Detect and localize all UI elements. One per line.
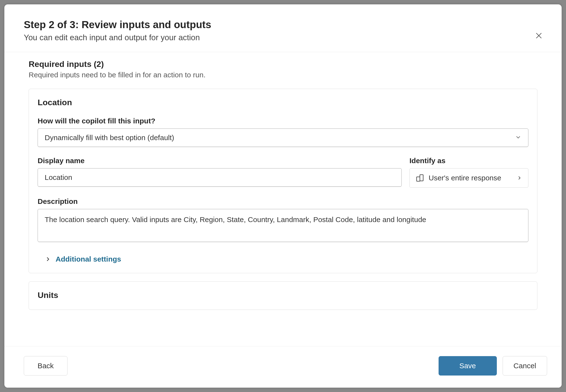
dialog-header: Step 2 of 3: Review inputs and outputs Y… xyxy=(4,4,562,52)
identify-as-value: User's entire response xyxy=(429,174,512,182)
entity-icon xyxy=(416,174,424,182)
fill-input-select[interactable]: Dynamically fill with best option (defau… xyxy=(38,128,528,147)
card-title: Location xyxy=(38,98,528,107)
required-inputs-title: Required inputs (2) xyxy=(29,59,537,69)
required-inputs-subtitle: Required inputs need to be filled in for… xyxy=(29,71,537,79)
additional-settings-toggle[interactable]: Additional settings xyxy=(38,255,528,263)
card-title: Units xyxy=(38,290,528,300)
fill-input-select-wrapper: Dynamically fill with best option (defau… xyxy=(38,128,528,147)
display-name-label: Display name xyxy=(38,157,402,165)
input-card-units: Units xyxy=(29,281,537,310)
display-name-column: Display name xyxy=(38,157,402,188)
fill-input-label: How will the copilot fill this input? xyxy=(38,117,528,125)
review-inputs-dialog: Step 2 of 3: Review inputs and outputs Y… xyxy=(4,4,562,388)
dialog-footer: Back Save Cancel xyxy=(4,346,562,388)
chevron-right-icon xyxy=(45,256,51,262)
identify-as-label: Identify as xyxy=(409,157,528,165)
back-button[interactable]: Back xyxy=(24,356,67,376)
close-button[interactable] xyxy=(533,30,545,42)
dialog-body[interactable]: Required inputs (2) Required inputs need… xyxy=(4,52,562,346)
dialog-subtitle: You can edit each input and output for y… xyxy=(24,33,542,42)
input-card-location: Location How will the copilot fill this … xyxy=(29,89,537,273)
save-button[interactable]: Save xyxy=(439,356,497,376)
cancel-button[interactable]: Cancel xyxy=(503,356,547,376)
svg-rect-2 xyxy=(417,177,420,181)
dialog-title: Step 2 of 3: Review inputs and outputs xyxy=(24,19,542,30)
description-label: Description xyxy=(38,197,528,206)
identify-as-button[interactable]: User's entire response xyxy=(409,168,528,188)
additional-settings-label: Additional settings xyxy=(56,255,121,263)
fill-input-value: Dynamically fill with best option (defau… xyxy=(45,134,174,142)
chevron-right-icon xyxy=(517,175,522,181)
description-input[interactable] xyxy=(38,209,528,242)
close-icon xyxy=(535,31,543,40)
identify-as-column: Identify as User's entire response xyxy=(409,157,528,188)
display-name-input[interactable] xyxy=(38,168,402,187)
